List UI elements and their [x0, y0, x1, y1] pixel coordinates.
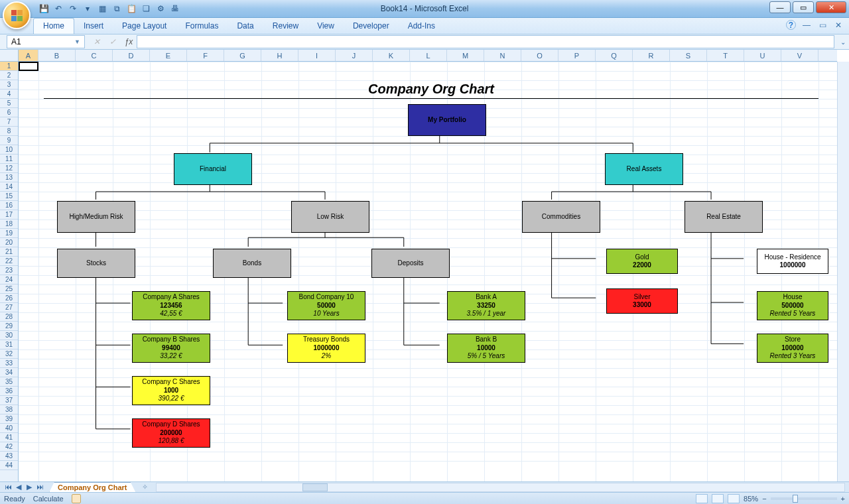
office-button[interactable] — [3, 1, 31, 29]
view-page-layout-icon[interactable] — [712, 494, 724, 503]
col-header[interactable]: S — [670, 50, 707, 61]
row-header[interactable]: 22 — [0, 257, 18, 266]
scroll-thumb[interactable] — [302, 483, 328, 491]
copy-icon[interactable]: ⧉ — [110, 2, 123, 15]
col-header[interactable]: J — [336, 50, 373, 61]
row-header[interactable]: 43 — [0, 452, 18, 461]
zoom-level[interactable]: 85% — [744, 495, 758, 503]
node-store[interactable]: Store 100000 Rented 3 Years — [757, 334, 828, 363]
tab-last-icon[interactable]: ⏭ — [34, 483, 45, 491]
row-header[interactable]: 3 — [0, 80, 18, 90]
row-header[interactable]: 19 — [0, 229, 18, 238]
grid[interactable]: Company Org Chart — [19, 62, 837, 481]
row-header[interactable]: 8 — [0, 127, 18, 136]
row-header[interactable]: 24 — [0, 275, 18, 284]
tab-data[interactable]: Data — [228, 19, 263, 34]
formula-input[interactable] — [137, 35, 834, 48]
row-header[interactable]: 36 — [0, 387, 18, 396]
worksheet-area[interactable]: ABCDEFGHIJKLMNOPQRSTUV 12345678910111213… — [0, 50, 849, 481]
row-header[interactable]: 17 — [0, 210, 18, 220]
zoom-in-icon[interactable]: + — [841, 495, 845, 503]
chevron-down-icon[interactable]: ▼ — [74, 38, 80, 45]
col-header[interactable]: A — [19, 50, 38, 61]
col-header[interactable]: R — [633, 50, 670, 61]
column-headers[interactable]: ABCDEFGHIJKLMNOPQRSTUV — [19, 50, 837, 62]
tab-next-icon[interactable]: ▶ — [24, 483, 34, 491]
row-header[interactable]: 30 — [0, 331, 18, 340]
row-header[interactable]: 20 — [0, 238, 18, 247]
row-header[interactable]: 31 — [0, 340, 18, 349]
macro-record-icon[interactable] — [72, 494, 81, 503]
sheet-tab-active[interactable]: Company Org Chart — [49, 482, 136, 493]
row-header[interactable]: 1 — [0, 62, 18, 71]
zoom-out-icon[interactable]: − — [762, 495, 766, 503]
col-header[interactable]: H — [261, 50, 298, 61]
row-header[interactable]: 12 — [0, 164, 18, 173]
row-header[interactable]: 2 — [0, 71, 18, 80]
node-financial[interactable]: Financial — [174, 153, 252, 185]
row-header[interactable]: 44 — [0, 461, 18, 470]
vertical-scrollbar[interactable] — [837, 62, 849, 481]
node-real-estate[interactable]: Real Estate — [685, 201, 763, 233]
row-header[interactable]: 33 — [0, 359, 18, 368]
save-icon[interactable]: 💾 — [37, 2, 50, 15]
col-header[interactable]: C — [76, 50, 113, 61]
doc-close-icon[interactable]: ✕ — [833, 20, 844, 31]
new-icon[interactable]: ❏ — [139, 2, 153, 15]
row-header[interactable]: 4 — [0, 90, 18, 99]
row-header[interactable]: 18 — [0, 220, 18, 229]
row-header[interactable]: 27 — [0, 303, 18, 312]
row-header[interactable]: 39 — [0, 414, 18, 424]
tab-page-layout[interactable]: Page Layout — [113, 19, 176, 34]
row-header[interactable]: 37 — [0, 396, 18, 405]
row-header[interactable]: 28 — [0, 312, 18, 322]
ribbon-minimize-icon[interactable]: — — [801, 20, 812, 31]
node-low-risk[interactable]: Low Risk — [291, 201, 369, 233]
redo-icon[interactable]: ↷ — [66, 2, 80, 15]
node-company-b[interactable]: Company B Shares 99400 33,22 € — [132, 334, 210, 363]
tab-add-ins[interactable]: Add-Ins — [399, 19, 444, 34]
new-sheet-icon[interactable]: ✧ — [139, 483, 152, 491]
zoom-slider[interactable] — [771, 497, 837, 500]
row-header[interactable]: 11 — [0, 155, 18, 164]
print-icon[interactable]: 🖶 — [168, 2, 182, 15]
row-header[interactable]: 38 — [0, 405, 18, 414]
zoom-knob[interactable] — [793, 495, 798, 503]
col-header[interactable]: L — [410, 50, 447, 61]
table-icon[interactable]: ▦ — [96, 2, 109, 15]
node-hm-risk[interactable]: High/Medium Risk — [57, 201, 135, 233]
fx-icon[interactable]: ƒx — [121, 37, 137, 46]
minimize-button[interactable]: — — [769, 1, 791, 13]
enter-formula-icon[interactable]: ✓ — [105, 37, 121, 46]
row-header[interactable]: 16 — [0, 201, 18, 210]
node-bank-b[interactable]: Bank B 10000 5% / 5 Years — [447, 334, 525, 363]
calc-icon[interactable]: ⚙ — [154, 2, 167, 15]
node-bank-a[interactable]: Bank A 33250 3.5% / 1 year — [447, 291, 525, 320]
row-header[interactable]: 34 — [0, 368, 18, 377]
node-silver[interactable]: Silver 33000 — [606, 288, 678, 314]
node-company-c[interactable]: Company C Shares 1000 390,22 € — [132, 376, 210, 405]
tab-first-icon[interactable]: ⏮ — [3, 483, 13, 491]
cancel-formula-icon[interactable]: ✕ — [89, 37, 105, 46]
node-commodities[interactable]: Commodities — [522, 201, 600, 233]
tab-developer[interactable]: Developer — [344, 19, 399, 34]
col-header[interactable]: V — [781, 50, 818, 61]
col-header[interactable]: K — [373, 50, 410, 61]
tab-view[interactable]: View — [308, 19, 344, 34]
col-header[interactable]: F — [187, 50, 224, 61]
qat-dropdown-icon[interactable]: ▾ — [81, 2, 94, 15]
col-header[interactable]: B — [38, 50, 76, 61]
expand-formula-bar-icon[interactable]: ⌄ — [837, 38, 849, 46]
tab-insert[interactable]: Insert — [74, 19, 113, 34]
node-treasury-bonds[interactable]: Treasury Bonds 1000000 2% — [287, 334, 365, 363]
col-header[interactable]: N — [484, 50, 521, 61]
node-root[interactable]: My Portfolio — [408, 104, 486, 136]
col-header[interactable]: P — [558, 50, 596, 61]
tab-review[interactable]: Review — [263, 19, 308, 34]
col-header[interactable]: D — [113, 50, 150, 61]
col-header[interactable]: G — [224, 50, 261, 61]
node-real-assets[interactable]: Real Assets — [605, 153, 683, 185]
row-header[interactable]: 25 — [0, 284, 18, 294]
doc-restore-icon[interactable]: ▭ — [817, 20, 828, 31]
row-header[interactable]: 41 — [0, 433, 18, 442]
